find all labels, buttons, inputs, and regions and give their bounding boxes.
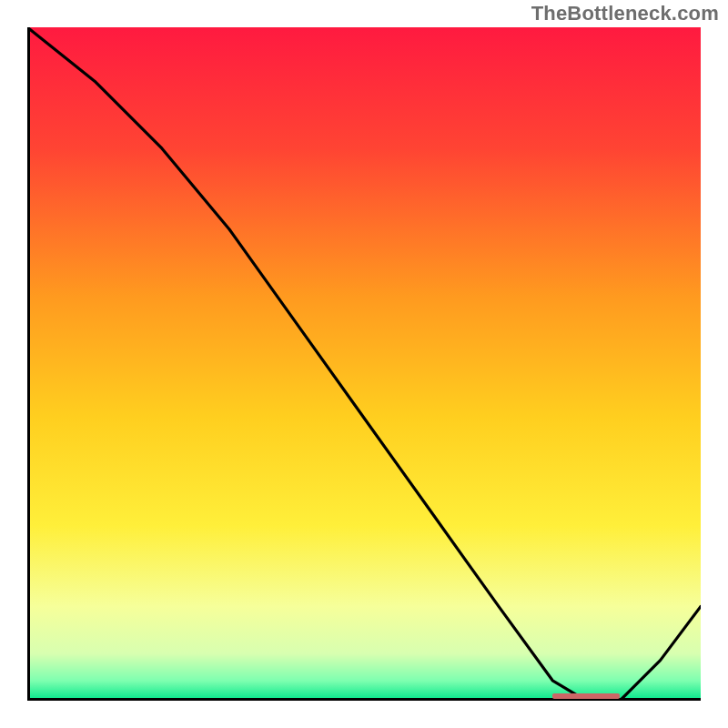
watermark-text: TheBottleneck.com <box>531 2 719 25</box>
chart-background-gradient <box>27 27 701 701</box>
chart-area <box>27 27 701 701</box>
optimal-range-marker <box>552 693 620 699</box>
